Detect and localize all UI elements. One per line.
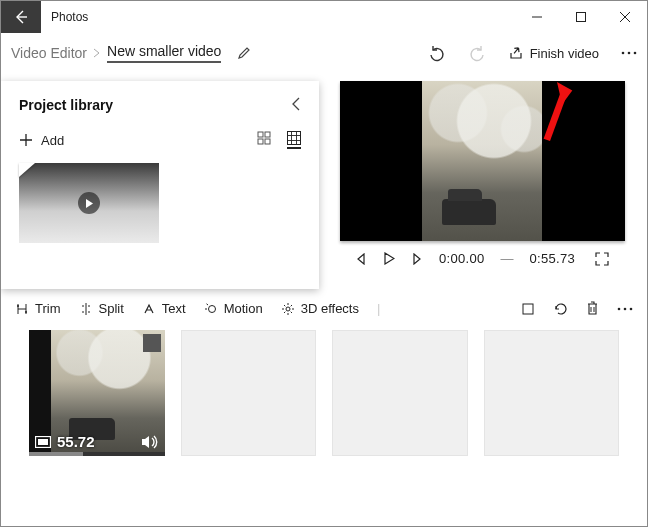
next-frame-button[interactable] xyxy=(411,253,423,265)
minimize-button[interactable] xyxy=(515,1,559,33)
fullscreen-button[interactable] xyxy=(595,252,609,266)
breadcrumb-root[interactable]: Video Editor xyxy=(11,45,87,61)
project-name[interactable]: New smaller video xyxy=(107,43,221,63)
chevron-right-icon xyxy=(93,48,101,58)
svg-point-1 xyxy=(622,52,625,55)
svg-point-2 xyxy=(628,52,631,55)
time-separator: — xyxy=(501,251,514,266)
clip-duration: 55.72 xyxy=(57,433,95,450)
step-back-icon xyxy=(355,253,367,265)
trash-icon xyxy=(586,301,599,316)
pencil-icon xyxy=(237,46,251,60)
collapse-panel-button[interactable] xyxy=(291,97,301,111)
grid-small-icon xyxy=(257,131,271,145)
video-frame xyxy=(422,81,542,241)
trim-button[interactable]: Trim xyxy=(15,301,61,316)
titlebar: Photos xyxy=(1,1,647,33)
crop-icon xyxy=(521,302,535,316)
toolbar-separator: | xyxy=(377,301,380,316)
svg-rect-4 xyxy=(258,132,263,137)
library-clip-thumbnail[interactable] xyxy=(19,163,159,243)
clip-volume-button[interactable] xyxy=(141,434,159,450)
prev-frame-button[interactable] xyxy=(355,253,367,265)
rotate-button[interactable] xyxy=(553,301,568,316)
text-icon xyxy=(142,302,156,316)
current-time: 0:00.00 xyxy=(439,251,484,266)
svg-rect-19 xyxy=(38,439,48,445)
svg-rect-7 xyxy=(265,139,270,144)
rotate-icon xyxy=(553,301,568,316)
chevron-left-icon xyxy=(291,97,301,111)
play-overlay-icon xyxy=(78,192,100,214)
svg-rect-6 xyxy=(258,139,263,144)
more-clip-button[interactable] xyxy=(617,307,633,311)
close-icon xyxy=(620,12,630,22)
minimize-icon xyxy=(532,12,542,22)
undo-icon xyxy=(428,44,446,62)
svg-point-17 xyxy=(630,307,633,310)
svg-point-16 xyxy=(624,307,627,310)
export-icon xyxy=(508,45,524,61)
svg-rect-14 xyxy=(523,304,533,314)
svg-point-3 xyxy=(634,52,637,55)
preview-area: 0:00.00 — 0:55.73 xyxy=(327,81,637,289)
svg-point-9 xyxy=(17,305,19,307)
maximize-icon xyxy=(576,12,586,22)
svg-rect-8 xyxy=(288,132,301,145)
speaker-icon xyxy=(141,434,159,450)
storyboard-slot-empty[interactable] xyxy=(332,330,468,456)
storyboard: 55.72 xyxy=(1,316,647,456)
top-toolbar: Video Editor New smaller video Finish vi… xyxy=(1,33,647,73)
video-preview[interactable] xyxy=(340,81,625,241)
text-button[interactable]: Text xyxy=(142,301,186,316)
storyboard-slot-empty[interactable] xyxy=(181,330,317,456)
clip-dogear-icon xyxy=(19,163,35,177)
3d-effects-button[interactable]: 3D effects xyxy=(281,301,359,316)
fullscreen-icon xyxy=(595,252,609,266)
redo-icon xyxy=(468,44,486,62)
ellipsis-icon xyxy=(621,51,637,55)
total-time: 0:55.73 xyxy=(530,251,575,266)
duration-card-icon xyxy=(35,436,51,448)
project-library-title: Project library xyxy=(19,97,301,113)
close-button[interactable] xyxy=(603,1,647,33)
redo-button[interactable] xyxy=(468,44,486,62)
breadcrumb: Video Editor New smaller video xyxy=(11,43,251,63)
resize-button[interactable] xyxy=(521,302,535,316)
storyboard-clip[interactable]: 55.72 xyxy=(29,330,165,456)
svg-point-10 xyxy=(25,311,27,313)
grid-large-view-button[interactable] xyxy=(287,131,301,149)
add-label: Add xyxy=(41,133,64,148)
ellipsis-icon xyxy=(617,307,633,311)
clip-progress xyxy=(29,452,165,456)
add-media-button[interactable]: Add xyxy=(19,133,64,148)
step-forward-icon xyxy=(411,253,423,265)
svg-point-13 xyxy=(286,307,290,311)
clip-edit-toolbar: Trim Split Text Motion 3D effects | xyxy=(1,301,647,316)
more-button[interactable] xyxy=(621,51,637,55)
plus-icon xyxy=(19,133,33,147)
playback-controls: 0:00.00 — 0:55.73 xyxy=(340,251,625,266)
svg-point-15 xyxy=(618,307,621,310)
arrow-left-icon xyxy=(13,9,29,25)
window-title: Photos xyxy=(41,10,515,24)
maximize-button[interactable] xyxy=(559,1,603,33)
play-icon xyxy=(383,252,395,265)
undo-button[interactable] xyxy=(428,44,446,62)
play-button[interactable] xyxy=(383,252,395,265)
motion-button[interactable]: Motion xyxy=(204,301,263,316)
split-button[interactable]: Split xyxy=(79,301,124,316)
storyboard-slot-empty[interactable] xyxy=(484,330,620,456)
svg-point-12 xyxy=(208,305,215,312)
finish-video-button[interactable]: Finish video xyxy=(508,45,599,61)
grid-large-icon xyxy=(287,131,301,145)
grid-small-view-button[interactable] xyxy=(257,131,271,149)
rename-button[interactable] xyxy=(237,46,251,60)
clip-checkbox[interactable] xyxy=(143,334,161,352)
3d-effects-icon xyxy=(281,302,295,316)
back-button[interactable] xyxy=(1,1,41,33)
delete-button[interactable] xyxy=(586,301,599,316)
finish-video-label: Finish video xyxy=(530,46,599,61)
trim-icon xyxy=(15,302,29,316)
project-library-panel: Project library Add xyxy=(1,81,319,289)
